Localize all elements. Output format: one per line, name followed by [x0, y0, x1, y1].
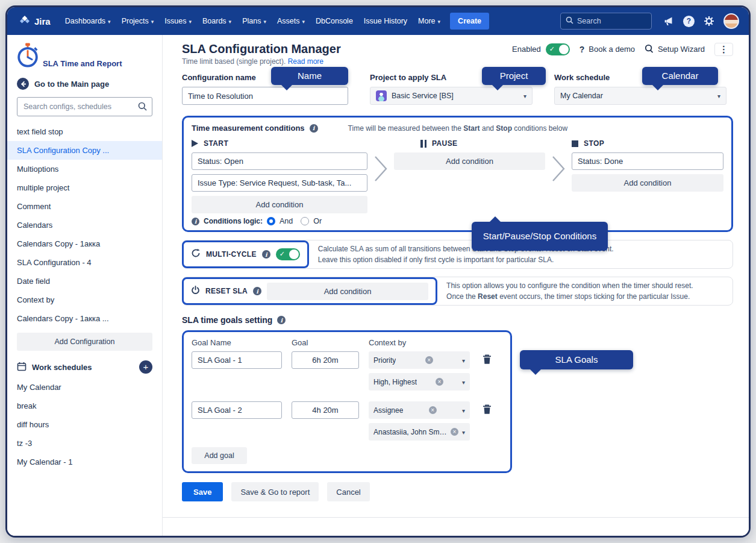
add-goal-button[interactable]: Add goal [192, 447, 247, 464]
context-values-select[interactable]: High, Highest [369, 373, 470, 391]
info-icon[interactable] [253, 287, 261, 295]
enabled-label: Enabled [512, 45, 541, 54]
conditions-logic-row: Conditions logic: And Or [192, 217, 723, 225]
multi-cycle-toggle[interactable] [276, 248, 300, 260]
schedule-item[interactable]: tz -3 [7, 434, 162, 453]
reset-sla-label: RESET SLA [205, 287, 248, 295]
save-button[interactable]: Save [182, 482, 223, 501]
form-footer: Save Save & Go to report Cancel [182, 482, 733, 501]
enabled-toggle[interactable] [546, 43, 570, 55]
chevron-down-icon [462, 406, 465, 415]
add-stop-condition-button[interactable]: Add condition [572, 174, 723, 192]
sidebar-search-input[interactable] [17, 97, 152, 116]
save-and-go-to-report-button[interactable]: Save & Go to report [231, 482, 319, 501]
work-schedule-select[interactable]: My Calendar [554, 87, 726, 105]
info-icon[interactable] [262, 250, 270, 259]
page-title: SLA Configuration Manager [182, 42, 341, 56]
add-start-condition-button[interactable]: Add condition [192, 196, 367, 213]
conditions-title: Time measurement conditions [192, 124, 305, 133]
add-schedule-button[interactable] [139, 360, 152, 374]
logic-and-radio[interactable] [267, 217, 275, 225]
goal-value-input[interactable] [292, 351, 359, 369]
goal-name-input[interactable] [192, 351, 282, 369]
stop-conditions-column: STOP Status: Done Add condition [572, 139, 723, 192]
clear-icon[interactable] [451, 428, 458, 436]
config-item[interactable]: multiple project [7, 178, 162, 197]
nav-plans[interactable]: Plans [242, 17, 266, 25]
schedule-item[interactable]: diff hours [7, 415, 162, 434]
callout-name: Name [271, 67, 348, 85]
config-item[interactable]: Date field [7, 272, 162, 290]
conditions-hint: Time will be measured between the Start … [348, 124, 567, 133]
config-item[interactable]: SLA Configuration - 4 [7, 253, 162, 272]
start-condition-chip[interactable]: Status: Open [192, 152, 367, 170]
goal-value-input[interactable] [292, 401, 359, 419]
clear-icon[interactable] [425, 356, 433, 364]
config-item-selected[interactable]: SLA Configuration Copy ... [7, 141, 162, 160]
search-icon [566, 16, 573, 27]
nav-boards[interactable]: Boards [202, 17, 231, 25]
jira-logo[interactable]: Jira [19, 15, 51, 28]
context-field-select[interactable]: Assignee [369, 401, 470, 419]
nav-issues[interactable]: Issues [164, 17, 192, 25]
info-icon[interactable] [192, 218, 199, 225]
help-icon[interactable]: ? [683, 16, 695, 27]
stop-condition-chip[interactable]: Status: Done [572, 152, 723, 170]
announcements-icon[interactable] [663, 16, 674, 27]
config-item[interactable]: Context by [7, 290, 162, 309]
stop-icon [572, 140, 578, 147]
header-actions: Enabled ? Book a demo Setup Wizard [512, 43, 733, 56]
config-item[interactable]: Calendars [7, 216, 162, 234]
goal-name-input[interactable] [192, 401, 282, 419]
more-options-kebab[interactable] [714, 43, 733, 56]
user-avatar[interactable] [723, 13, 739, 29]
config-item[interactable]: Comment [7, 197, 162, 216]
jira-top-nav: Jira Dashboards Projects Issues Boards P… [7, 7, 749, 35]
nav-more[interactable]: More [418, 17, 440, 25]
config-item[interactable]: text field stop [7, 122, 162, 141]
clear-icon[interactable] [429, 406, 437, 414]
book-a-demo-button[interactable]: ? Book a demo [579, 45, 635, 54]
cancel-button[interactable]: Cancel [327, 482, 369, 501]
nav-projects[interactable]: Projects [122, 17, 154, 25]
create-button[interactable]: Create [450, 13, 489, 30]
context-values-select[interactable]: Anastasiia, John Smit... [369, 423, 470, 441]
search-icon [138, 102, 147, 111]
config-item[interactable]: Calendars Copy - 1акка [7, 234, 162, 253]
schedule-item[interactable]: break [7, 397, 162, 415]
nav-search[interactable] [560, 13, 652, 30]
settings-gear-icon[interactable] [704, 16, 714, 27]
nav-issue-history[interactable]: Issue History [364, 17, 407, 25]
pause-conditions-column: PAUSE Add condition [394, 139, 545, 170]
chevron-down-icon [151, 17, 154, 25]
add-configuration-button[interactable]: Add Configuration [17, 333, 152, 351]
config-name-input[interactable] [182, 87, 348, 105]
schedule-item[interactable]: My Calendar [7, 378, 162, 397]
nav-search-input[interactable] [577, 17, 645, 25]
read-more-link[interactable]: Read more [288, 57, 323, 66]
project-select[interactable]: Basic Service [BS] [370, 87, 533, 105]
nav-assets[interactable]: Assets [277, 17, 305, 25]
add-pause-condition-button[interactable]: Add condition [394, 152, 545, 170]
delete-goal-button[interactable] [483, 404, 492, 416]
add-reset-condition-button[interactable]: Add condition [267, 283, 428, 300]
chevron-down-icon [189, 17, 192, 25]
config-item[interactable]: Calendars Copy - 1акка ... [7, 309, 162, 328]
back-to-main-link[interactable]: Go to the Main page [7, 72, 162, 94]
setup-wizard-button[interactable]: Setup Wizard [645, 44, 705, 55]
question-icon: ? [579, 45, 585, 54]
config-item[interactable]: Multioptions [7, 160, 162, 178]
clear-icon[interactable] [436, 378, 443, 386]
start-condition-chip[interactable]: Issue Type: Service Request, Sub-task, T… [192, 174, 367, 192]
info-icon[interactable] [277, 316, 286, 324]
nav-dbconsole[interactable]: DbConsole [316, 17, 353, 25]
schedule-item[interactable]: My Calendar - 1 [7, 453, 162, 471]
context-field-select[interactable]: Priority [369, 351, 470, 369]
play-icon [192, 140, 198, 147]
config-form: Name Configuration name Project Project … [182, 73, 733, 105]
info-icon[interactable] [310, 124, 318, 133]
nav-dashboards[interactable]: Dashboards [65, 17, 111, 25]
jira-logo-text: Jira [34, 16, 51, 27]
delete-goal-button[interactable] [483, 354, 492, 366]
logic-or-radio[interactable] [301, 217, 309, 225]
